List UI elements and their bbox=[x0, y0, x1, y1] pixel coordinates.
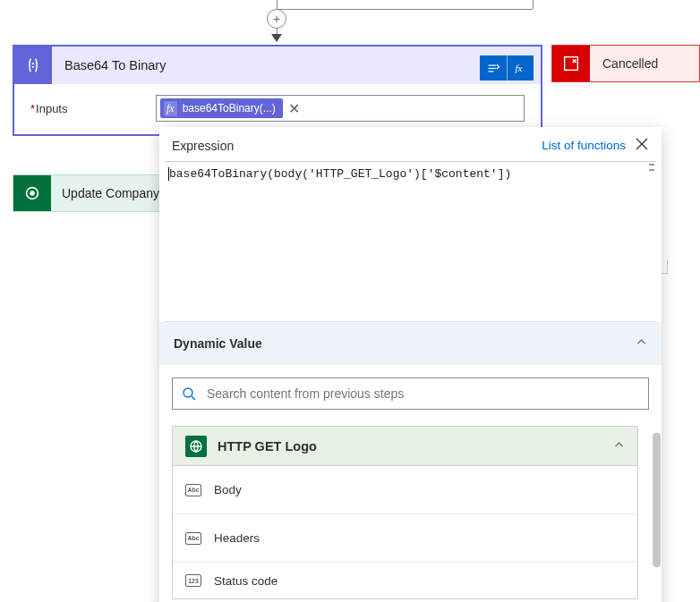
remove-token-button[interactable]: ✕ bbox=[286, 100, 302, 117]
search-icon bbox=[182, 386, 196, 401]
expression-code: base64ToBinary(body('HTTP_GET_Logo')['$c… bbox=[169, 167, 511, 181]
dv-item-status-code[interactable]: 123 Status code bbox=[173, 563, 637, 598]
scrollbar-thumb[interactable] bbox=[653, 433, 661, 567]
dynamic-content-button[interactable] bbox=[480, 55, 507, 81]
card-update-company[interactable]: Update Company bbox=[13, 174, 160, 212]
svg-point-3 bbox=[33, 64, 34, 64]
chevron-up-icon bbox=[613, 439, 625, 454]
dv-item-headers[interactable]: Abc Headers bbox=[173, 514, 637, 563]
svg-point-10 bbox=[184, 388, 192, 397]
svg-text:fx: fx bbox=[516, 62, 523, 72]
dv-item-body[interactable]: Abc Body bbox=[173, 466, 637, 514]
expression-token[interactable]: fx base64ToBinary(...) bbox=[160, 98, 283, 118]
close-button[interactable] bbox=[635, 137, 649, 154]
search-input[interactable] bbox=[205, 386, 639, 402]
cancelled-label: Cancelled bbox=[590, 46, 699, 81]
expression-title: Expression bbox=[172, 139, 234, 153]
base64-header[interactable]: Base64 To Binary fx bbox=[14, 47, 541, 84]
scroll-marker bbox=[649, 164, 654, 165]
svg-line-11 bbox=[192, 396, 195, 400]
inputs-label: Inputs bbox=[30, 102, 147, 115]
expression-panel: Expression List of functions base64ToBin… bbox=[159, 127, 662, 602]
update-company-icon bbox=[13, 175, 51, 211]
svg-point-4 bbox=[33, 66, 34, 67]
card-cancelled[interactable]: Cancelled bbox=[551, 45, 700, 82]
dynamic-value-group: HTTP GET Logo Abc Body Abc Headers 123 S… bbox=[172, 426, 638, 599]
dv-item-label: Headers bbox=[214, 531, 260, 545]
group-header-http-get-logo[interactable]: HTTP GET Logo bbox=[173, 427, 637, 466]
cancelled-icon bbox=[552, 46, 590, 81]
inputs-field[interactable]: fx base64ToBinary(...) ✕ bbox=[156, 95, 525, 122]
type-abc-icon: Abc bbox=[185, 532, 201, 545]
card-base64-to-binary[interactable]: Base64 To Binary fx Inputs fx base64ToBi… bbox=[13, 45, 542, 136]
chevron-up-icon bbox=[636, 336, 647, 351]
svg-rect-0 bbox=[565, 57, 578, 71]
http-icon bbox=[185, 436, 207, 457]
scroll-marker bbox=[649, 169, 654, 171]
fx-button[interactable]: fx bbox=[507, 55, 534, 81]
dv-item-label: Status code bbox=[214, 574, 277, 588]
expression-editor[interactable]: base64ToBinary(body('HTTP_GET_Logo')['$c… bbox=[165, 161, 656, 322]
expression-token-label: base64ToBinary(...) bbox=[183, 102, 276, 114]
dynamic-value-header[interactable]: Dynamic Value bbox=[159, 322, 662, 365]
type-abc-icon: Abc bbox=[185, 484, 201, 496]
dynamic-value-title: Dynamic Value bbox=[174, 336, 262, 351]
update-company-label: Update Company bbox=[51, 175, 159, 211]
fx-icon: fx bbox=[164, 101, 177, 116]
connector-line-h bbox=[277, 9, 533, 10]
code-icon bbox=[14, 47, 52, 84]
list-of-functions-link[interactable]: List of functions bbox=[542, 139, 626, 152]
add-step-button[interactable]: + bbox=[267, 9, 286, 29]
arrow-down-icon bbox=[271, 34, 282, 42]
base64-title: Base64 To Binary bbox=[52, 58, 166, 72]
search-box[interactable] bbox=[172, 377, 649, 410]
header-actions: fx bbox=[480, 55, 534, 81]
svg-point-7 bbox=[30, 191, 35, 196]
group-name: HTTP GET Logo bbox=[218, 439, 317, 454]
type-num-icon: 123 bbox=[185, 574, 201, 587]
dv-item-label: Body bbox=[214, 483, 242, 496]
connector-line-r bbox=[533, 0, 534, 9]
